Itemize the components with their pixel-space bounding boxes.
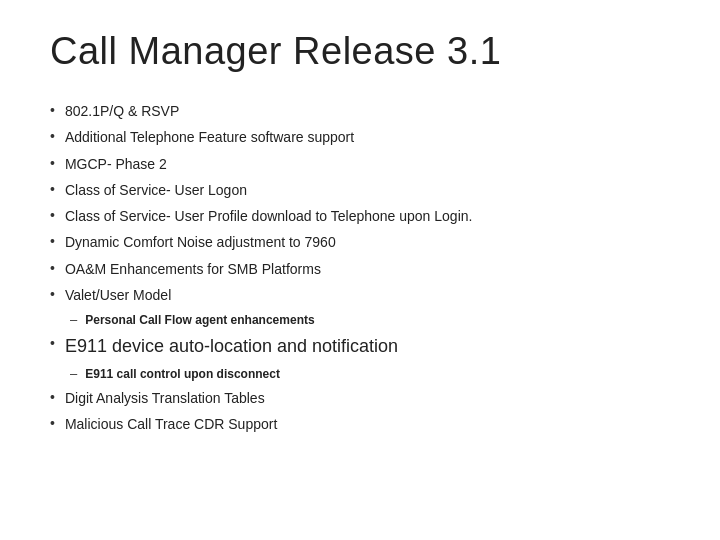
list-item: • Class of Service- User Logon [50,180,670,200]
bullet-dot: • [50,233,55,249]
bullet-dot: • [50,389,55,405]
sub-item: – E911 call control upon disconnect [70,366,670,383]
e911-text: E911 device auto-location and notificati… [65,334,398,359]
bullet-dot: • [50,102,55,118]
bullet-text: Dynamic Comfort Noise adjustment to 7960 [65,232,336,252]
slide-page: Call Manager Release 3.1 • 802.1P/Q & RS… [0,0,720,540]
list-item: • Additional Telephone Feature software … [50,127,670,147]
bullet-dot: • [50,260,55,276]
list-item: • Dynamic Comfort Noise adjustment to 79… [50,232,670,252]
list-item: • Class of Service- User Profile downloa… [50,206,670,226]
list-item: • Valet/User Model [50,285,670,305]
sub-text: Personal Call Flow agent enhancements [85,312,314,329]
bullet-text: MGCP- Phase 2 [65,154,167,174]
list-item: • Digit Analysis Translation Tables [50,388,670,408]
list-item: • OA&M Enhancements for SMB Platforms [50,259,670,279]
bullet-text: OA&M Enhancements for SMB Platforms [65,259,321,279]
bullet-text: 802.1P/Q & RSVP [65,101,179,121]
sub-item: – Personal Call Flow agent enhancements [70,312,670,329]
sub-dash: – [70,366,77,381]
bullet-text: Class of Service- User Logon [65,180,247,200]
sub-dash: – [70,312,77,327]
list-item: • E911 device auto-location and notifica… [50,334,670,359]
bullet-dot: • [50,207,55,223]
bullet-text: Additional Telephone Feature software su… [65,127,354,147]
bullet-text: Valet/User Model [65,285,171,305]
bullet-dot: • [50,181,55,197]
bullet-dot: • [50,415,55,431]
bullet-dot: • [50,128,55,144]
content-area: • 802.1P/Q & RSVP • Additional Telephone… [50,101,670,510]
bullet-dot: • [50,286,55,302]
bullet-text: Class of Service- User Profile download … [65,206,473,226]
e911-sub-text: E911 call control upon disconnect [85,366,280,383]
bullet-dot: • [50,335,55,351]
digit-analysis-text: Digit Analysis Translation Tables [65,388,265,408]
bullet-dot: • [50,155,55,171]
malicious-call-text: Malicious Call Trace CDR Support [65,414,277,434]
list-item: • MGCP- Phase 2 [50,154,670,174]
list-item: • 802.1P/Q & RSVP [50,101,670,121]
list-item: • Malicious Call Trace CDR Support [50,414,670,434]
slide-title: Call Manager Release 3.1 [50,30,670,73]
